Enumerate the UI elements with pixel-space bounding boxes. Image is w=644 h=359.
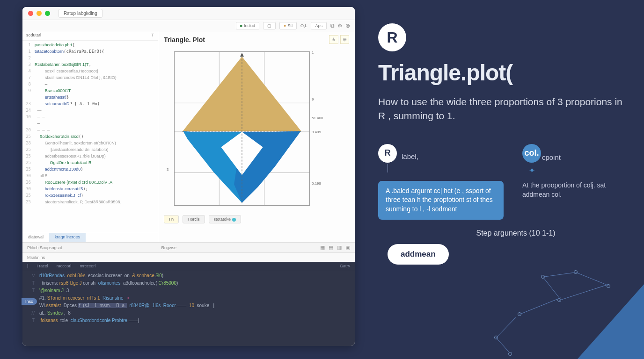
sb-icon[interactable]: ▥: [337, 244, 342, 251]
plot-header: Triangle. Plot ★ ⊕: [164, 35, 349, 44]
ytick: 9: [312, 97, 314, 101]
step-label: Step argunents (10 1-1): [406, 229, 625, 237]
card-label-text: label,: [402, 152, 504, 160]
arg-cards: R label, A .baled argurnt cc| hct (e , s…: [378, 144, 625, 220]
main-area: sodutarlT 112347892324102025282535253530…: [22, 31, 355, 242]
status-icons: ▦ ▤ ▥ ▣: [320, 244, 350, 251]
chart-wrap: 1 9 51.400 9.409 3 5.198: [168, 47, 313, 210]
decor-triangle: [569, 284, 644, 359]
card-badge-r: R: [378, 144, 397, 163]
toolbar-btn-1[interactable]: ■Includ: [236, 22, 259, 29]
right-panel: R Triangle.plot( How to use the wide thr…: [355, 0, 644, 359]
card-col: col. cpoint ✦ At the prooportion of colj…: [522, 144, 625, 220]
prompt-tag: Insc: [22, 298, 37, 305]
console-gutter: vTT7/T: [22, 272, 37, 344]
svg-marker-5: [183, 57, 301, 131]
midbar: Msntinlns: [22, 252, 355, 262]
code-text[interactable]: passthcolcdetio.pbrt{ totacetcoobtorn(cR…: [33, 41, 158, 233]
plot-icon-1[interactable]: ★: [329, 35, 338, 44]
titlebar: Rstup labgkding: [22, 7, 355, 20]
card-bubble: A .baled argurnt cc| hct (e , ssport of …: [378, 181, 504, 220]
ytick: 9.409: [312, 130, 321, 134]
code-editor: sodutarlT 112347892324102025282535253530…: [22, 31, 158, 242]
ytick: 5.198: [312, 181, 321, 186]
console[interactable]: | I racel racccorl mrcccorl Gatry vTT7/T…: [22, 262, 355, 346]
plot-icons: ★ ⊕: [329, 35, 349, 44]
decor-graph: [485, 266, 644, 359]
plot-icon-2[interactable]: ⊕: [340, 35, 349, 44]
toolbar: ■Includ ▢ ●Stl O,L Aps ⧉ ⚙ ⊜: [22, 20, 355, 31]
plot-panel: Triangle. Plot ★ ⊕: [158, 31, 355, 242]
tab-2[interactable]: kragn lncroes: [49, 233, 86, 242]
line-gutter: 11234789232410202528253525353036303525: [22, 41, 33, 233]
tb-icon-1[interactable]: ⧉: [330, 22, 335, 29]
legend-1[interactable]: I n: [164, 215, 179, 223]
svg-marker-10: [240, 53, 244, 57]
plot-title: Triangle. Plot: [164, 36, 205, 43]
maximize-icon[interactable]: [45, 11, 50, 16]
status-mid: Rngwse: [161, 245, 177, 250]
card-label: R label, A .baled argurnt cc| hct (e , s…: [378, 144, 504, 220]
card-badge-col: col.: [522, 144, 541, 163]
code-header: sodutarlT: [22, 31, 158, 41]
addmean-pill[interactable]: addmean: [388, 244, 449, 265]
card-col-label: cpoint: [542, 153, 625, 161]
console-body[interactable]: vTT7/T rl10rRsndas oobl 8&s ecociac lncr…: [22, 270, 355, 346]
toolbar-btn-4[interactable]: Aps: [311, 22, 327, 29]
triangle-chart: [174, 51, 310, 206]
toolbar-icons: ⧉ ⚙ ⊜: [330, 22, 350, 29]
window-tab[interactable]: Rstup labgkding: [59, 9, 102, 18]
ytick: 1: [312, 50, 314, 55]
sb-icon[interactable]: ▤: [329, 244, 333, 251]
legend-3[interactable]: stotatoke: [209, 215, 241, 223]
r-badge: R: [378, 23, 406, 51]
console-text: rl10rRsndas oobl 8&s ecociac lncreser on…: [37, 272, 355, 344]
tab-1[interactable]: diatewal: [22, 233, 49, 242]
sb-icon[interactable]: ▣: [345, 244, 350, 251]
close-icon[interactable]: [28, 11, 33, 16]
page-subtitle: How to use the wide three proportions of…: [378, 95, 625, 123]
traffic-lights: [28, 11, 50, 16]
plot-legend: I n Horcis stotatoke: [164, 215, 349, 223]
tb-icon-3[interactable]: ⊜: [345, 22, 350, 29]
page-title: Triangle.plot(: [378, 60, 625, 86]
minimize-icon[interactable]: [37, 11, 42, 16]
ytick: 51.400: [312, 116, 323, 120]
toolbar-lbl: O,L: [300, 23, 307, 28]
card-col-desc: At the prooportion of colj. sat addmean …: [522, 180, 625, 200]
code-body[interactable]: 11234789232410202528253525353036303525 p…: [22, 41, 158, 233]
status-left: Phlich Soopsngsnt: [27, 245, 62, 250]
toolbar-btn-3[interactable]: ●Stl: [279, 22, 297, 29]
code-tabs: diatewal kragn lncroes: [22, 233, 158, 242]
console-header: | I racel racccorl mrcccorl Gatry: [22, 262, 355, 270]
ytick: 3: [167, 167, 168, 172]
sb-icon[interactable]: ▦: [320, 244, 325, 251]
legend-2[interactable]: Horcis: [183, 215, 205, 223]
toolbar-btn-2[interactable]: ▢: [263, 22, 276, 29]
ide-window: Rstup labgkding ■Includ ▢ ●Stl O,L Aps ⧉…: [22, 7, 355, 346]
statusbar: Phlich Soopsngsnt Rngwse ▦ ▤ ▥ ▣: [22, 242, 355, 252]
tb-icon-2[interactable]: ⚙: [337, 22, 343, 29]
